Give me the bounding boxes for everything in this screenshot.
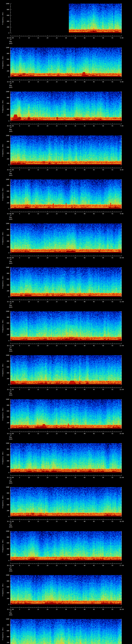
panel-start-time: 16:09:00	[5, 257, 16, 259]
time-tick-label: 30	[64, 345, 68, 346]
time-tick-label: 40	[83, 125, 86, 127]
time-tick-label: 25	[55, 520, 59, 522]
time-tick-label: 25	[55, 345, 59, 346]
time-tick-label: 25	[55, 213, 59, 214]
date-month: May	[7, 260, 14, 262]
panel-end-time: 5:00	[118, 37, 125, 39]
time-tick-label: 30	[64, 433, 68, 434]
time-tick-label: 40	[83, 213, 86, 214]
date-month: May	[7, 129, 14, 130]
time-tick-label: 35	[73, 169, 77, 171]
time-tick-label: 25	[55, 257, 59, 259]
date-year: 2015	[7, 218, 14, 220]
time-tick-label: 55	[110, 389, 114, 390]
time-tick-label: 55	[110, 345, 114, 346]
time-tick-label: 50	[101, 125, 105, 127]
date-year: 2015	[7, 174, 14, 176]
time-tick-label: 10	[27, 169, 31, 171]
time-tick-label: 55	[110, 169, 114, 171]
date-month: May	[7, 480, 14, 482]
time-tick-label: 20	[46, 565, 49, 566]
panel-end-time: 9:00	[118, 213, 125, 214]
time-tick-label: 35	[73, 257, 77, 259]
time-tick-label: 40	[83, 37, 86, 39]
time-tick-label: 20	[46, 37, 49, 39]
date-year: 2015	[7, 526, 14, 528]
time-tick-label: 50	[101, 345, 105, 346]
time-tick-label: 35	[73, 565, 77, 566]
date-year: 2015	[7, 438, 14, 440]
time-tick-label: 30	[64, 257, 68, 259]
time-tick-label: 35	[73, 37, 77, 39]
time-tick-label: 5	[18, 608, 22, 610]
time-tick-label: 30	[64, 608, 68, 610]
time-tick-label: 35	[73, 301, 77, 302]
panel-start-time: 16:16:00	[5, 565, 16, 566]
time-tick-label: 50	[101, 433, 105, 434]
panel-axes	[0, 268, 132, 301]
time-tick-label: 50	[101, 565, 105, 566]
date-year: 2015	[7, 350, 14, 352]
date-day: 27	[7, 478, 14, 480]
time-tick-label: 10	[27, 81, 31, 83]
time-tick-label: 35	[73, 213, 77, 214]
time-tick-label: 45	[92, 433, 96, 434]
date-month: May	[7, 41, 14, 42]
panel-end-time: 7:00	[118, 125, 125, 127]
panel-end-time: 6:00	[118, 81, 125, 83]
time-tick-label: 50	[101, 257, 105, 259]
date-year: 2015	[7, 43, 14, 44]
panel-end-time: 17:00	[118, 565, 125, 566]
time-tick-label: 40	[83, 608, 86, 610]
time-tick-label: 15	[36, 257, 40, 259]
time-tick-label: 10	[27, 433, 31, 434]
date-month: May	[7, 524, 14, 526]
date-month: May	[7, 392, 14, 394]
time-tick-label: 15	[36, 37, 40, 39]
time-tick-label: 15	[36, 608, 40, 610]
time-tick-label: 30	[64, 477, 68, 478]
date-month: May	[7, 304, 14, 306]
time-tick-label: 55	[110, 433, 114, 434]
time-tick-label: 10	[27, 257, 31, 259]
time-tick-label: 50	[101, 213, 105, 214]
panel-start-time: 16:10:00	[5, 301, 16, 302]
time-tick-label: 45	[92, 169, 96, 171]
time-tick-label: 30	[64, 125, 68, 127]
time-tick-label: 55	[110, 125, 114, 127]
time-tick-label: 10	[27, 213, 31, 214]
panel-end-time: 11:00	[118, 301, 125, 302]
panel-axes	[0, 575, 132, 609]
date-year: 2015	[7, 86, 14, 88]
date-month: May	[7, 172, 14, 174]
time-tick-label: 50	[101, 477, 105, 478]
date-month: May	[7, 436, 14, 438]
time-tick-label: 45	[92, 608, 96, 610]
time-tick-label: 15	[36, 169, 40, 171]
time-tick-label: 20	[46, 520, 49, 522]
panel-start-time: 16:13:00	[5, 433, 16, 434]
time-tick-label: 10	[27, 37, 31, 39]
panel-end-time: 15:00	[118, 477, 125, 478]
time-tick-label: 40	[83, 169, 86, 171]
time-tick-label: 20	[46, 169, 49, 171]
panel-end-time: 14:00	[118, 433, 125, 434]
time-tick-label: 15	[36, 81, 40, 83]
panel-axes	[0, 399, 132, 433]
time-tick-label: 30	[64, 520, 68, 522]
time-tick-label: 5	[18, 477, 22, 478]
date-month: May	[7, 84, 14, 86]
panel-end-time: 18:00	[118, 608, 125, 610]
time-tick-label: 20	[46, 125, 49, 127]
date-day: 27	[7, 390, 14, 392]
time-tick-label: 55	[110, 213, 114, 214]
date-day: 27	[7, 346, 14, 348]
time-tick-label: 40	[83, 257, 86, 259]
time-tick-label: 15	[36, 477, 40, 478]
time-tick-label: 40	[83, 389, 86, 390]
panel-axes	[0, 355, 132, 389]
time-tick-label: 25	[55, 608, 59, 610]
time-tick-label: 35	[73, 81, 77, 83]
time-tick-label: 5	[18, 81, 22, 83]
time-tick-label: 15	[36, 565, 40, 566]
